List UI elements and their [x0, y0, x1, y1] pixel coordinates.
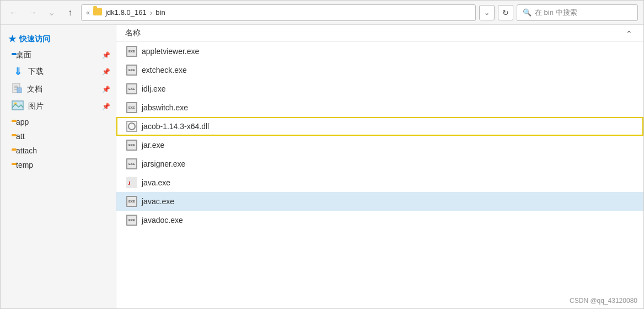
file-item-appletviewer[interactable]: EXE appletviewer.exe [116, 42, 643, 61]
file-name: jarsigner.exe [142, 159, 185, 168]
file-item-jarsigner[interactable]: EXE jarsigner.exe [116, 154, 643, 173]
file-list-header: 名称 ⌃ [116, 25, 643, 42]
exe-icon: EXE [126, 215, 137, 226]
exe-icon: EXE [126, 102, 137, 113]
search-bar[interactable]: 🔍 在 bin 中搜索 [517, 4, 638, 21]
java-icon: J [126, 177, 137, 188]
pin-icon: 📌 [102, 103, 110, 110]
breadcrumb-prefix: « [86, 8, 90, 17]
refresh-button[interactable]: ↻ [498, 5, 513, 20]
breadcrumb-folder-icon [93, 8, 102, 17]
sidebar-item-app[interactable]: app [1, 115, 116, 129]
forward-button[interactable]: → [25, 5, 40, 20]
sidebar-item-att[interactable]: att [1, 129, 116, 143]
file-name: jacob-1.14.3-x64.dll [142, 122, 209, 131]
sidebar-item-label: temp [16, 161, 33, 169]
sidebar-item-temp[interactable]: temp [1, 158, 116, 172]
exe-icon: EXE [126, 140, 137, 151]
file-name: idlj.exe [142, 84, 166, 93]
sidebar-item-documents[interactable]: 文档 📌 [1, 81, 116, 98]
dropdown-nav-button[interactable]: ⌄ [44, 5, 59, 20]
file-list: 名称 ⌃ EXE appletviewer.exe EXE extcheck.e… [116, 25, 643, 308]
file-item-javac[interactable]: EXE javac.exe [116, 192, 643, 211]
sidebar-item-desktop[interactable]: 桌面 📌 [1, 47, 116, 63]
content-area: ★ 快速访问 桌面 📌 ⇓ 下载 📌 [1, 25, 643, 308]
doc-icon [12, 83, 23, 95]
file-item-jacob-dll[interactable]: jacob-1.14.3-x64.dll [116, 117, 643, 136]
svg-text:J: J [128, 180, 131, 186]
dll-icon [126, 121, 137, 132]
search-placeholder: 在 bin 中搜索 [535, 8, 577, 18]
sidebar: ★ 快速访问 桌面 📌 ⇓ 下载 📌 [1, 25, 116, 308]
file-item-jabswitch[interactable]: EXE jabswitch.exe [116, 98, 643, 117]
pin-icon: 📌 [102, 86, 110, 93]
exe-icon: EXE [126, 196, 137, 207]
sidebar-item-label: attach [16, 146, 37, 155]
file-name: javac.exe [142, 197, 174, 206]
star-icon: ★ [8, 34, 16, 44]
file-name: extcheck.exe [142, 66, 187, 74]
sidebar-item-pictures[interactable]: 图片 📌 [1, 98, 116, 115]
file-item-idlj[interactable]: EXE idlj.exe [116, 79, 643, 98]
address-dropdown-button[interactable]: ⌄ [479, 5, 495, 20]
back-button[interactable]: ← [6, 5, 22, 20]
file-item-javadoc[interactable]: EXE javadoc.exe [116, 211, 643, 230]
sidebar-item-attach[interactable]: attach [1, 143, 116, 158]
search-icon: 🔍 [523, 8, 532, 17]
collapse-button[interactable]: ⌃ [626, 29, 632, 38]
toolbar: ← → ⌄ ↑ « jdk1.8.0_161 › bin ⌄ ↻ 🔍 在 bin… [1, 1, 643, 25]
sidebar-item-label: app [16, 118, 29, 126]
sidebar-item-label: 文档 [27, 84, 42, 94]
file-name: javadoc.exe [142, 216, 183, 225]
watermark: CSDN @qq_43120080 [570, 297, 637, 305]
file-name: jabswitch.exe [142, 103, 188, 112]
file-item-java[interactable]: J java.exe [116, 173, 643, 192]
sidebar-item-label: att [16, 132, 25, 141]
explorer-window: ← → ⌄ ↑ « jdk1.8.0_161 › bin ⌄ ↻ 🔍 在 bin… [0, 0, 644, 309]
download-arrow-icon: ⇓ [12, 66, 24, 78]
file-item-extcheck[interactable]: EXE extcheck.exe [116, 61, 643, 79]
pin-icon: 📌 [102, 68, 110, 76]
breadcrumb-current-label: bin [155, 8, 165, 17]
breadcrumb-folder-label: jdk1.8.0_161 [105, 8, 146, 17]
up-button[interactable]: ↑ [62, 5, 78, 20]
column-name: 名称 [125, 28, 141, 38]
exe-icon: EXE [126, 158, 137, 169]
file-name: appletviewer.exe [142, 47, 199, 56]
sidebar-item-label: 图片 [28, 102, 44, 111]
address-bar[interactable]: « jdk1.8.0_161 › bin [81, 4, 476, 21]
quick-access-title: ★ 快速访问 [1, 30, 116, 47]
sidebar-item-download[interactable]: ⇓ 下载 📌 [1, 63, 116, 81]
pin-icon: 📌 [102, 51, 110, 59]
exe-icon: EXE [126, 46, 137, 57]
exe-icon: EXE [126, 65, 137, 76]
svg-rect-4 [17, 88, 22, 93]
file-name: jar.exe [142, 141, 164, 150]
img-icon [12, 100, 24, 112]
exe-icon: EXE [126, 83, 137, 94]
sidebar-item-label: 下载 [28, 67, 44, 77]
file-item-jar[interactable]: EXE jar.exe [116, 136, 643, 154]
breadcrumb-separator: › [150, 8, 153, 17]
sidebar-item-label: 桌面 [16, 50, 31, 60]
file-name: java.exe [142, 178, 170, 187]
